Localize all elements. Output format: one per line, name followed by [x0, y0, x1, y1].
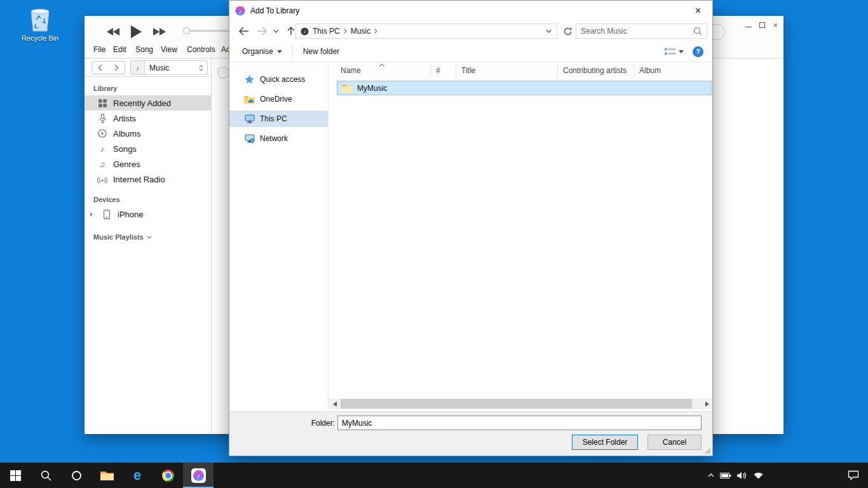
dialog-title: Add To Library	[250, 6, 299, 15]
resize-grip[interactable]	[705, 448, 711, 454]
nav-item-quick-access[interactable]: Quick access	[229, 71, 328, 88]
itunes-back-button[interactable]	[92, 61, 109, 74]
menu-edit[interactable]: Edit	[113, 45, 126, 54]
breadcrumb-chevron-icon[interactable]	[374, 29, 377, 34]
sidebar-item-albums[interactable]: Albums	[85, 126, 211, 141]
add-to-library-dialog: ♪ Add To Library × ♪ Th	[229, 0, 713, 456]
dialog-body: Quick access OneDrive This PC	[229, 62, 712, 411]
scrollbar-thumb[interactable]	[341, 399, 692, 409]
forward-button[interactable]	[254, 20, 270, 41]
itunes-taskbar-button[interactable]: ♪	[183, 463, 214, 488]
sort-ascending-icon	[379, 64, 385, 67]
sidebar-item-songs[interactable]: ♪ Songs	[85, 141, 211, 156]
microphone-icon	[97, 114, 107, 123]
speaker-icon[interactable]	[737, 471, 747, 480]
search-icon	[41, 470, 51, 481]
organise-button[interactable]: Organise	[238, 44, 286, 58]
select-folder-button[interactable]: Select Folder	[572, 435, 638, 450]
library-heading: Library	[93, 85, 211, 92]
phone-icon	[102, 210, 112, 219]
dialog-titlebar[interactable]: ♪ Add To Library ×	[229, 1, 712, 20]
chrome-button[interactable]	[153, 463, 183, 488]
menu-view[interactable]: View	[161, 45, 177, 54]
details-view-icon	[665, 47, 675, 56]
dialog-footer: Folder: Select Folder Cancel	[229, 411, 712, 456]
nav-item-network[interactable]: Network	[229, 130, 328, 147]
wifi-icon[interactable]	[753, 471, 764, 479]
menu-file[interactable]: File	[93, 45, 105, 54]
sidebar-item-label: Songs	[113, 144, 137, 154]
menu-controls[interactable]: Controls	[187, 45, 215, 54]
sidebar-item-artists[interactable]: Artists	[85, 111, 211, 126]
volume-slider[interactable]	[184, 30, 229, 32]
sidebar-item-genres[interactable]: ♫ Genres	[85, 156, 211, 172]
column-header-number[interactable]: #	[431, 64, 456, 78]
media-kind-value: Music	[145, 64, 199, 72]
change-view-button[interactable]	[665, 47, 684, 56]
folder-name-input[interactable]	[337, 416, 702, 430]
disclosure-triangle-icon[interactable]	[90, 212, 96, 217]
rewind-button[interactable]	[106, 27, 120, 36]
breadcrumb-chevron-icon[interactable]	[344, 29, 347, 34]
volume-knob[interactable]	[183, 27, 190, 34]
new-folder-button[interactable]: New folder	[299, 44, 343, 58]
nav-item-this-pc[interactable]: This PC	[229, 111, 328, 127]
edge-button[interactable]: e	[122, 463, 153, 488]
minimize-icon[interactable]	[745, 23, 752, 27]
cortana-button[interactable]	[61, 463, 92, 488]
sidebar-item-label: Artists	[113, 114, 136, 123]
taskbar-search-button[interactable]	[31, 463, 61, 488]
help-button[interactable]: ?	[693, 46, 703, 57]
play-button[interactable]	[130, 25, 142, 39]
column-header-contributing-artists[interactable]: Contributing artists	[558, 64, 634, 78]
breadcrumb-music[interactable]: Music	[351, 27, 370, 36]
sidebar-item-recently-added[interactable]: Recently Added	[85, 95, 211, 111]
scroll-left-button[interactable]	[329, 398, 340, 409]
media-kind-selector[interactable]: ♪ Music	[130, 60, 208, 75]
recent-grid-icon	[97, 99, 107, 107]
address-bar[interactable]: ♪ This PC Music	[295, 24, 557, 39]
fast-forward-button[interactable]	[153, 27, 166, 36]
column-header-name[interactable]: Name	[329, 64, 431, 78]
cancel-button[interactable]: Cancel	[648, 435, 702, 450]
selector-spinner-icon[interactable]	[199, 65, 207, 71]
search-box[interactable]	[576, 24, 707, 39]
file-name: MyMusic	[357, 84, 387, 93]
back-button[interactable]	[234, 20, 252, 41]
search-icon[interactable]	[693, 27, 702, 36]
itunes-forward-button[interactable]	[108, 61, 125, 74]
breadcrumb-this-pc[interactable]: This PC	[313, 27, 340, 36]
recent-locations-dropdown-icon[interactable]	[270, 20, 281, 41]
file-explorer-button[interactable]	[92, 463, 122, 488]
sidebar-item-internet-radio[interactable]: Internet Radio	[85, 172, 211, 187]
system-tray	[708, 463, 764, 488]
nav-item-onedrive[interactable]: OneDrive	[229, 91, 328, 107]
close-icon[interactable]: ×	[773, 21, 778, 29]
sidebar-item-iphone[interactable]: iPhone	[85, 207, 211, 222]
horizontal-scrollbar[interactable]	[329, 398, 712, 409]
start-button[interactable]	[0, 463, 31, 488]
maximize-icon[interactable]	[759, 22, 765, 28]
dialog-close-button[interactable]: ×	[684, 1, 712, 20]
menu-song[interactable]: Song	[135, 45, 153, 54]
transport-controls	[106, 22, 166, 41]
scroll-right-button[interactable]	[702, 398, 712, 409]
address-dropdown-icon[interactable]	[543, 29, 554, 33]
music-location-icon: ♪	[301, 27, 309, 36]
devices-heading: Devices	[93, 196, 211, 203]
action-center-icon	[848, 470, 859, 480]
more-options-button[interactable]	[217, 67, 229, 79]
battery-icon[interactable]	[720, 472, 731, 479]
column-header-title[interactable]: Title	[456, 64, 558, 78]
show-hidden-icons-chevron[interactable]	[708, 473, 714, 477]
action-center-button[interactable]	[839, 463, 868, 488]
search-input[interactable]	[581, 27, 693, 36]
column-header-album[interactable]: Album	[634, 64, 712, 78]
file-list: Name # Title Contributing artists Album …	[329, 62, 712, 411]
music-playlists-heading[interactable]: Music Playlists	[93, 233, 211, 241]
navigation-pane: Quick access OneDrive This PC	[229, 62, 329, 411]
recycle-bin-label: Recycle Bin	[18, 34, 62, 42]
file-row-mymusic[interactable]: MyMusic	[337, 81, 712, 95]
recycle-bin[interactable]: Recycle Bin	[18, 4, 62, 42]
refresh-button[interactable]	[560, 24, 574, 39]
